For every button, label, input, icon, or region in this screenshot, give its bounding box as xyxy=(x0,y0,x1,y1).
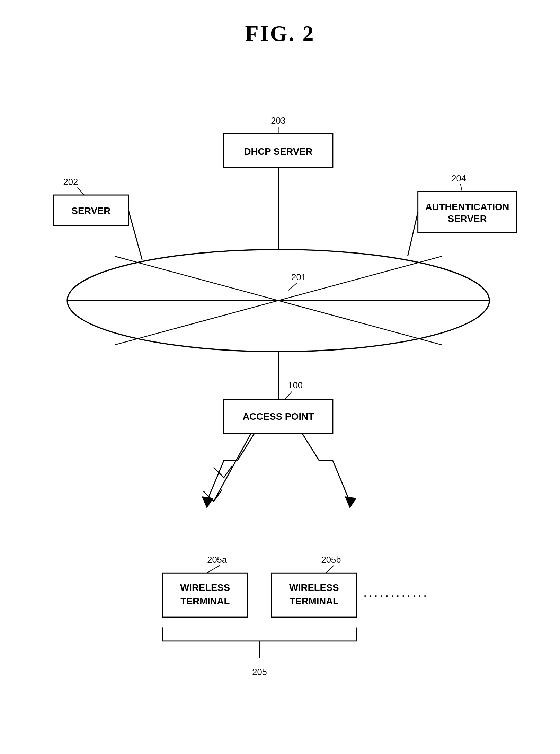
dots: ............ xyxy=(363,586,429,599)
server-label: SERVER xyxy=(72,205,111,216)
network-ref: 201 xyxy=(291,272,306,282)
dhcp-server-ref: 203 xyxy=(271,116,286,125)
wireless-terminal-b-label-1: WIRELESS xyxy=(289,582,339,593)
svg-line-19 xyxy=(207,566,220,573)
access-point-ref: 100 xyxy=(288,380,303,390)
svg-line-12 xyxy=(214,433,251,502)
dhcp-server-label: DHCP SERVER xyxy=(244,146,313,157)
svg-line-1 xyxy=(78,187,85,195)
auth-server-label-2: SERVER xyxy=(448,213,487,224)
diagram-svg: DHCP SERVER 203 SERVER 202 AUTHENTICATIO… xyxy=(28,55,532,719)
wireless-terminal-a-label-1: WIRELESS xyxy=(180,582,230,593)
svg-line-9 xyxy=(408,212,418,256)
svg-line-2 xyxy=(461,184,462,192)
wireless-a-ref: 205a xyxy=(207,555,227,565)
svg-marker-18 xyxy=(345,496,356,508)
auth-server-label-1: AUTHENTICATION xyxy=(425,202,509,212)
group-ref: 205 xyxy=(252,667,267,677)
wireless-terminal-b-box xyxy=(272,573,357,617)
svg-marker-17 xyxy=(202,496,213,508)
access-point-label: ACCESS POINT xyxy=(242,411,314,422)
svg-line-14 xyxy=(214,489,222,501)
svg-line-11 xyxy=(285,391,292,399)
diagram-container: DHCP SERVER 203 SERVER 202 AUTHENTICATIO… xyxy=(28,55,532,719)
svg-line-8 xyxy=(128,210,142,260)
server-ref: 202 xyxy=(63,177,78,187)
wireless-terminal-a-box xyxy=(162,573,248,617)
auth-server-ref: 204 xyxy=(451,174,466,183)
svg-line-20 xyxy=(326,566,334,573)
wireless-terminal-b-label-2: TERMINAL xyxy=(290,596,339,606)
wireless-terminal-a-label-2: TERMINAL xyxy=(180,596,230,606)
page-title: FIG. 2 xyxy=(0,0,560,46)
wireless-b-ref: 205b xyxy=(321,555,341,565)
